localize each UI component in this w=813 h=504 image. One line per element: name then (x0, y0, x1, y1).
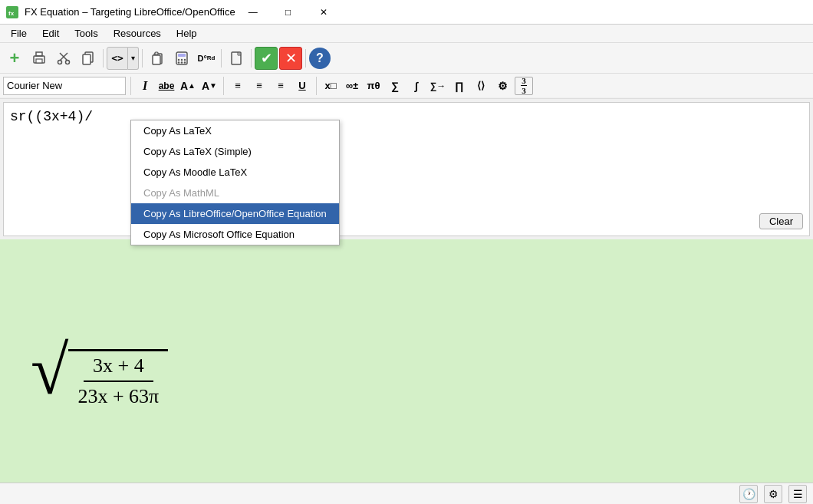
math-display: √ 3x + 4 23x + 63π (31, 336, 168, 408)
increase-font-button[interactable]: A▲ (179, 77, 197, 95)
degree-button[interactable]: D°Rd (195, 47, 218, 70)
fontbar: Courier New I abe A▲ A▼ ≡ ≡ ≡ U x□ ∞± πθ… (0, 74, 813, 98)
dropdown-libreoffice[interactable]: Copy As LibreOffice/OpenOffice Equation (131, 203, 339, 224)
bracket-button[interactable]: ⟨⟩ (472, 77, 490, 95)
svg-point-7 (58, 60, 62, 64)
align-left-button[interactable]: ≡ (229, 77, 247, 95)
align-center-button[interactable]: ≡ (250, 77, 268, 95)
window-controls: — □ ✕ (235, 0, 341, 25)
svg-point-20 (181, 61, 183, 63)
superscript-button[interactable]: x□ (321, 77, 340, 95)
sep-font2 (223, 77, 224, 95)
gear-settings-button[interactable]: ⚙ (493, 77, 512, 95)
main-container: + <> ▾ D°Rd (0, 43, 813, 504)
menu-tools[interactable]: Tools (67, 26, 105, 41)
clock-icon[interactable]: 🕐 (739, 485, 758, 503)
svg-rect-4 (36, 59, 42, 63)
sep2 (142, 49, 143, 68)
sqrt-radical: √ (31, 336, 68, 405)
print-button[interactable] (28, 47, 51, 70)
decrease-font-button[interactable]: A▼ (200, 77, 219, 95)
dropdown-mathml: Copy As MathML (131, 183, 339, 203)
app-icon: fx (6, 6, 18, 18)
dropdown-latex[interactable]: Copy As LaTeX (131, 120, 339, 141)
settings-icon[interactable]: ⚙ (764, 485, 782, 503)
fraction-button[interactable]: 3 3 (515, 77, 533, 95)
menu-help[interactable]: Help (169, 26, 205, 41)
sigma-button[interactable]: ∑ (386, 77, 404, 95)
copy-button[interactable] (77, 47, 100, 70)
svg-rect-3 (36, 52, 42, 56)
underline-align-button[interactable]: U (293, 77, 311, 95)
cut-button[interactable] (52, 47, 75, 70)
copy-format-dropdown: Copy As LaTeX Copy As LaTeX (Simple) Cop… (130, 120, 340, 245)
svg-point-19 (178, 61, 179, 63)
sqrt-symbol-wrapper: √ (31, 336, 68, 408)
fraction-denominator: 23x + 63π (68, 382, 168, 408)
sep-font1 (130, 77, 131, 95)
svg-rect-15 (178, 54, 186, 57)
preview-area: √ 3x + 4 23x + 63π (0, 239, 813, 504)
svg-point-8 (66, 60, 70, 64)
new-doc-button[interactable] (225, 47, 248, 70)
sum-arrow-button[interactable]: ∑→ (429, 77, 447, 95)
fraction-numerator: 3x + 4 (84, 354, 153, 382)
copy-format-dropdown-button[interactable]: ▾ (128, 47, 139, 70)
minimize-button[interactable]: — (235, 0, 271, 25)
sep4 (251, 49, 252, 68)
toolbar: + <> ▾ D°Rd (0, 43, 813, 74)
integral-button[interactable]: ∫ (407, 77, 426, 95)
align-right-button[interactable]: ≡ (272, 77, 290, 95)
titlebar: fx FX Equation – Targeting LibreOffice/O… (0, 0, 813, 25)
maximize-button[interactable]: □ (271, 0, 306, 25)
dropdown-moodle-latex[interactable]: Copy As Moodle LaTeX (131, 162, 339, 183)
svg-point-17 (181, 58, 183, 60)
editor-area: sr((3x+4)/ Clear (3, 102, 810, 236)
ok-button[interactable]: ✔ (255, 47, 278, 70)
svg-point-18 (184, 58, 186, 60)
svg-text:fx: fx (8, 10, 15, 17)
abe-button[interactable]: abe (157, 77, 176, 95)
infinity-button[interactable]: ∞± (343, 77, 361, 95)
svg-point-21 (184, 61, 186, 63)
menu-file[interactable]: File (3, 26, 35, 41)
pi-button[interactable]: πθ (364, 77, 383, 95)
new-button[interactable]: + (3, 47, 26, 70)
svg-point-16 (178, 58, 179, 60)
window-title: FX Equation – Targeting LibreOffice/Open… (25, 6, 235, 18)
statusbar: 🕐 ⚙ ☰ (0, 483, 813, 504)
editor-content[interactable]: sr((3x+4)/ (4, 103, 809, 236)
cancel-button[interactable]: ✕ (279, 47, 302, 70)
svg-rect-13 (153, 55, 160, 64)
paste-button[interactable] (146, 47, 169, 70)
dropdown-msoffice[interactable]: Copy As Microsoft Office Equation (131, 224, 339, 245)
editors-wrapper: sr((3x+4)/ Clear √ 3x + 4 23x + 63π (0, 99, 813, 504)
italic-button[interactable]: I (136, 77, 154, 95)
menu-resources[interactable]: Resources (106, 26, 169, 41)
clear-button[interactable]: Clear (759, 213, 803, 229)
calculator-button[interactable] (170, 47, 193, 70)
editor-text: sr((3x+4)/ (10, 109, 93, 124)
dropdown-latex-simple[interactable]: Copy As LaTeX (Simple) (131, 141, 339, 162)
svg-rect-10 (83, 54, 91, 64)
font-name-input[interactable]: Courier New (3, 77, 126, 95)
svg-rect-12 (155, 52, 158, 54)
sep3 (221, 49, 222, 68)
menu-edit[interactable]: Edit (35, 26, 67, 41)
copy-format-group: <> ▾ (107, 47, 139, 70)
copy-code-button[interactable]: <> (107, 47, 128, 70)
sep5 (305, 49, 306, 68)
menubar: File Edit Tools Resources Help (0, 25, 813, 43)
sqrt-content-wrapper: 3x + 4 23x + 63π (68, 349, 168, 408)
menu-icon[interactable]: ☰ (788, 485, 807, 503)
sqrt-container: √ 3x + 4 23x + 63π (31, 336, 168, 408)
sep1 (103, 49, 104, 68)
product-button[interactable]: ∏ (450, 77, 469, 95)
sep-font3 (316, 77, 317, 95)
close-button[interactable]: ✕ (306, 0, 341, 25)
help-button[interactable]: ? (309, 48, 331, 69)
